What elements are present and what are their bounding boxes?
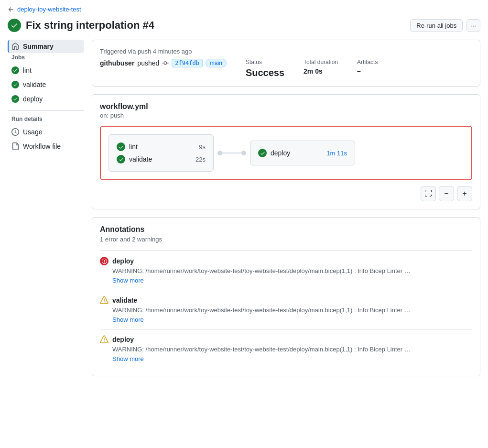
annotation-header-1: validate <box>100 296 472 305</box>
run-details-section-label: Run details <box>8 116 84 122</box>
sidebar-lint-label: lint <box>23 66 32 74</box>
workflow-trigger: on: push <box>100 112 472 119</box>
annotation-message-1: WARNING: /home/runner/work/toy-website-t… <box>100 306 472 314</box>
sidebar-usage-label: Usage <box>23 128 42 136</box>
flow-job-validate-left: validate <box>117 155 152 164</box>
trigger-text: Triggered via push 4 minutes ago <box>100 48 472 55</box>
annotation-item-0: deploy WARNING: /home/runner/work/toy-we… <box>100 251 472 290</box>
sidebar-item-validate[interactable]: validate <box>8 78 84 91</box>
annotation-message-2: WARNING: /home/runner/work/toy-website-t… <box>100 346 472 353</box>
expand-button[interactable]: ⛶ <box>421 186 436 201</box>
sidebar-workflow-file-label: Workflow file <box>23 142 61 150</box>
flow-job-deploy[interactable]: deploy 1m 11s <box>258 147 347 159</box>
annotations-title: Annotations <box>100 225 472 234</box>
show-more-2[interactable]: Show more <box>100 355 144 362</box>
annotation-job-2: deploy <box>112 336 134 343</box>
flow-diagram: lint 9s validate <box>100 126 472 180</box>
flow-row: lint 9s validate <box>108 134 464 172</box>
flow-validate-time: 22s <box>195 156 206 163</box>
warn-icon-2 <box>100 335 108 344</box>
sidebar-deploy-label: deploy <box>23 95 43 103</box>
flow-job-validate[interactable]: validate 22s <box>117 153 206 165</box>
annotation-message-0: WARNING: /home/runner/work/toy-website-t… <box>100 267 472 274</box>
lint-status-icon <box>11 66 19 74</box>
sidebar-item-workflow-file[interactable]: Workflow file <box>8 140 84 153</box>
file-icon <box>11 142 19 150</box>
duration-value: 2m 0s <box>304 67 338 75</box>
flow-lint-time: 9s <box>199 143 206 151</box>
page-title: Fix string interpolation #4 <box>8 19 154 32</box>
info-metrics: githubuser pushed 2f94fdb main Status Su… <box>100 59 472 78</box>
zoom-in-button[interactable]: + <box>457 186 472 201</box>
deploy-status-icon <box>11 95 19 103</box>
content-layout: Summary Jobs lint validate deploy <box>8 40 480 376</box>
annotation-item-2: deploy WARNING: /home/runner/work/toy-we… <box>100 329 472 368</box>
flow-job-deploy-left: deploy <box>258 149 290 157</box>
annotation-job-1: validate <box>112 296 137 304</box>
flow-job-lint[interactable]: lint 9s <box>117 141 206 153</box>
jobs-section-label: Jobs <box>8 54 84 61</box>
connector-dot-left <box>217 151 222 155</box>
sidebar-validate-label: validate <box>23 81 46 88</box>
sidebar-divider <box>8 110 84 111</box>
connector-line <box>222 153 241 153</box>
sidebar-item-deploy[interactable]: deploy <box>8 92 84 106</box>
annotations-subtitle: 1 error and 2 warnings <box>100 236 472 243</box>
artifacts-metric: Artifacts – <box>357 59 378 75</box>
rerun-all-jobs-button[interactable]: Re-run all jobs <box>410 19 463 32</box>
success-icon <box>8 19 21 32</box>
sidebar-item-usage[interactable]: Usage <box>8 125 84 139</box>
annotations-card: Annotations 1 error and 2 warnings deplo… <box>92 217 480 376</box>
flow-deploy-name: deploy <box>271 149 290 157</box>
branch-badge[interactable]: main <box>206 59 227 67</box>
flow-job-lint-left: lint <box>117 142 138 151</box>
title-actions: Re-run all jobs ··· <box>410 19 480 32</box>
workflow-filename: workflow.yml <box>100 102 472 111</box>
flow-lint-name: lint <box>129 143 138 151</box>
sidebar-summary-label: Summary <box>23 43 54 50</box>
warn-icon-1 <box>100 296 108 305</box>
annotation-item-1: validate WARNING: /home/runner/work/toy-… <box>100 290 472 329</box>
commit-hash[interactable]: 2f94fdb <box>172 59 203 67</box>
trigger-info-card: Triggered via push 4 minutes ago githubu… <box>92 40 480 87</box>
connector-dot-right <box>241 151 246 155</box>
annotation-job-0: deploy <box>112 257 134 265</box>
pushed-user: githubuser <box>100 59 134 67</box>
duration-metric: Total duration 2m 0s <box>304 59 338 75</box>
flow-controls: ⛶ − + <box>100 186 472 201</box>
workflow-card: workflow.yml on: push lint <box>92 94 480 209</box>
breadcrumb-label: deploy-toy-website-test <box>17 6 81 13</box>
main-content: Triggered via push 4 minutes ago githubu… <box>92 40 480 376</box>
home-icon <box>11 43 19 50</box>
trigger-row: githubuser pushed 2f94fdb main <box>100 59 227 67</box>
breadcrumb[interactable]: deploy-toy-website-test <box>8 6 480 13</box>
more-options-button[interactable]: ··· <box>466 19 480 32</box>
show-more-1[interactable]: Show more <box>100 316 144 323</box>
page-title-row: Fix string interpolation #4 Re-run all j… <box>8 19 480 32</box>
status-value: Success <box>246 67 284 78</box>
artifacts-value: – <box>357 67 378 75</box>
flow-deploy-time: 1m 11s <box>326 150 347 157</box>
error-icon-0 <box>100 257 108 265</box>
sidebar-item-summary[interactable]: Summary <box>8 40 84 53</box>
flow-group-left: lint 9s validate <box>108 134 214 172</box>
flow-connector <box>214 151 250 155</box>
flow-group-right: deploy 1m 11s <box>250 141 355 165</box>
pushed-text: pushed <box>137 59 159 67</box>
deploy-check-icon <box>258 149 267 157</box>
status-metric: Status Success <box>246 59 284 78</box>
status-label: Status <box>246 59 284 66</box>
artifacts-label: Artifacts <box>357 59 378 66</box>
trigger-metric: githubuser pushed 2f94fdb main <box>100 59 227 67</box>
run-title: Fix string interpolation #4 <box>26 19 154 32</box>
validate-status-icon <box>11 81 19 88</box>
duration-label: Total duration <box>304 59 338 66</box>
sidebar: Summary Jobs lint validate deploy <box>8 40 84 376</box>
show-more-0[interactable]: Show more <box>100 277 144 284</box>
sidebar-item-lint[interactable]: lint <box>8 64 84 77</box>
flow-validate-name: validate <box>129 155 152 163</box>
lint-check-icon <box>117 142 125 151</box>
annotation-header-0: deploy <box>100 257 472 265</box>
zoom-out-button[interactable]: − <box>439 186 454 201</box>
annotation-header-2: deploy <box>100 335 472 344</box>
